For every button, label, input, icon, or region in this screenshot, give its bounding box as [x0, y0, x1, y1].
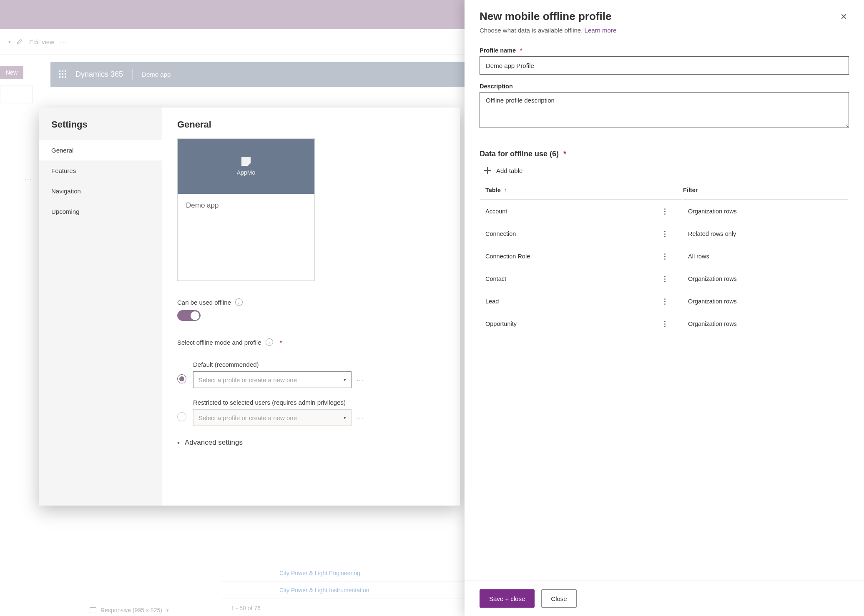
- description-label: Description: [480, 83, 849, 90]
- plus-icon: [484, 167, 491, 174]
- close-icon[interactable]: ✕: [839, 10, 849, 23]
- row-more-icon[interactable]: [652, 231, 677, 237]
- offline-toggle[interactable]: [177, 310, 201, 321]
- save-close-button[interactable]: Save + close: [480, 589, 535, 608]
- radio-default-label: Default (recommended): [193, 361, 445, 368]
- sidebar-item-upcoming[interactable]: Upcoming: [39, 201, 162, 222]
- left-rail-more-icon[interactable]: ···: [25, 176, 35, 183]
- left-rail-slot: [0, 85, 33, 103]
- table-cell-name: Contact: [485, 275, 506, 282]
- left-rail: New ···: [0, 54, 35, 616]
- row-more-icon[interactable]: [652, 298, 677, 305]
- general-heading: General: [177, 119, 445, 130]
- radio-default[interactable]: [177, 374, 186, 383]
- panel-divider: [480, 141, 849, 141]
- table-cell-filter: Organization rows: [683, 313, 848, 335]
- offline-tables-grid: Table ↑ Filter AccountOrganization rowsC…: [480, 182, 849, 336]
- new-button[interactable]: New: [0, 66, 23, 79]
- advanced-settings-toggle[interactable]: ▾ Advanced settings: [177, 438, 445, 447]
- chevron-down-icon: ▾: [344, 377, 346, 383]
- offline-label: Can be used offline: [177, 299, 231, 306]
- panel-footer: Save + close Close: [465, 581, 864, 616]
- description-textarea[interactable]: [480, 92, 849, 128]
- add-table-label: Add table: [496, 167, 522, 174]
- settings-title: Settings: [39, 108, 162, 140]
- row-more-icon[interactable]: [652, 253, 677, 260]
- broken-image-icon: [241, 157, 251, 166]
- select-mode-label-row: Select offline mode and profile i *: [177, 338, 445, 346]
- app-card[interactable]: AppMo Demo app: [177, 138, 315, 281]
- radio-restricted-label: Restricted to selected users (requires a…: [193, 399, 445, 406]
- table-cell-filter: Organization rows: [683, 290, 848, 312]
- row-more-icon[interactable]: [652, 276, 677, 282]
- panel-title: New mobile offline profile: [480, 10, 611, 23]
- table-cell-name: Connection: [485, 230, 516, 237]
- sidebar-item-features[interactable]: Features: [39, 160, 162, 181]
- chevron-down-icon[interactable]: ▾: [166, 608, 169, 613]
- settings-dialog: Settings General Features Navigation Upc…: [39, 108, 460, 506]
- table-row[interactable]: AccountOrganization rows: [480, 200, 848, 222]
- grid-row-name[interactable]: City Power & Light Instrumentation: [221, 587, 413, 593]
- more-commands-icon[interactable]: ···: [60, 38, 68, 45]
- table-row[interactable]: Connection RoleAll rows: [480, 245, 848, 267]
- table-row[interactable]: LeadOrganization rows: [480, 290, 848, 312]
- table-row[interactable]: ContactOrganization rows: [480, 268, 848, 290]
- grid-row-name[interactable]: City Power & Light Engineering: [221, 570, 413, 576]
- brand-label: Dynamics 365: [75, 70, 123, 79]
- select-placeholder: Select a profile or create a new one: [198, 414, 297, 421]
- table-column-header[interactable]: Table ↑: [485, 187, 677, 193]
- more-icon[interactable]: ···: [357, 414, 364, 421]
- chevron-down-icon[interactable]: ▾: [8, 39, 11, 45]
- close-button[interactable]: Close: [541, 589, 576, 608]
- chevron-down-icon: ▾: [344, 415, 346, 421]
- table-cell-name: Connection Role: [485, 253, 530, 260]
- panel-subtitle: Choose what data is available offline. L…: [480, 27, 849, 34]
- app-launcher-icon[interactable]: [59, 70, 66, 78]
- offline-label-row: Can be used offline i: [177, 298, 445, 306]
- sort-ascending-icon: ↑: [504, 187, 507, 193]
- table-row[interactable]: ConnectionRelated rows only: [480, 223, 848, 245]
- table-cell-filter: Organization rows: [683, 268, 848, 290]
- select-mode-label: Select offline mode and profile: [177, 339, 261, 346]
- profile-select-restricted: Select a profile or create a new one ▾: [193, 409, 352, 426]
- settings-content: General AppMo Demo app Can be used offli…: [162, 108, 460, 506]
- toggle-knob: [191, 311, 199, 320]
- app-name-label: Demo app: [142, 71, 171, 78]
- table-cell-name: Lead: [485, 298, 499, 305]
- responsive-icon: [90, 607, 96, 613]
- new-offline-profile-panel: New mobile offline profile ✕ Choose what…: [465, 0, 864, 616]
- chevron-down-icon: ▾: [177, 440, 180, 446]
- profile-name-input[interactable]: [480, 56, 849, 75]
- required-asterisk: *: [280, 339, 282, 346]
- add-table-button[interactable]: Add table: [480, 164, 849, 182]
- header-divider: [132, 69, 133, 80]
- app-card-name: Demo app: [178, 194, 314, 217]
- profile-select-default[interactable]: Select a profile or create a new one ▾: [193, 371, 352, 388]
- app-card-image: AppMo: [178, 139, 314, 194]
- row-more-icon[interactable]: [652, 321, 677, 327]
- panel-subtitle-text: Choose what data is available offline.: [480, 27, 583, 34]
- sidebar-item-general[interactable]: General: [39, 140, 162, 160]
- profile-name-label: Profile name *: [480, 47, 849, 54]
- info-icon[interactable]: i: [266, 338, 273, 346]
- table-row[interactable]: OpportunityOrganization rows: [480, 313, 848, 335]
- advanced-label: Advanced settings: [185, 438, 243, 447]
- table-cell-name: Account: [485, 208, 507, 215]
- app-card-img-label: AppMo: [237, 169, 255, 176]
- settings-sidebar: Settings General Features Navigation Upc…: [39, 108, 162, 506]
- status-bar[interactable]: Responsive (995 x 825) ▾: [90, 607, 169, 613]
- more-icon[interactable]: ···: [357, 376, 364, 383]
- edit-view-button[interactable]: Edit view: [29, 38, 54, 45]
- data-section-title: Data for offline use (6) *: [480, 150, 849, 158]
- responsive-label: Responsive (995 x 825): [100, 607, 162, 613]
- sidebar-item-navigation[interactable]: Navigation: [39, 181, 162, 201]
- info-icon[interactable]: i: [235, 298, 243, 306]
- learn-more-link[interactable]: Learn more: [585, 27, 617, 34]
- table-cell-filter: Organization rows: [683, 200, 848, 222]
- table-cell-filter: All rows: [683, 245, 848, 267]
- filter-column-header[interactable]: Filter: [683, 183, 848, 200]
- pencil-icon[interactable]: [17, 38, 23, 46]
- row-more-icon[interactable]: [652, 208, 677, 215]
- table-cell-filter: Related rows only: [683, 223, 848, 245]
- radio-restricted[interactable]: [177, 412, 186, 421]
